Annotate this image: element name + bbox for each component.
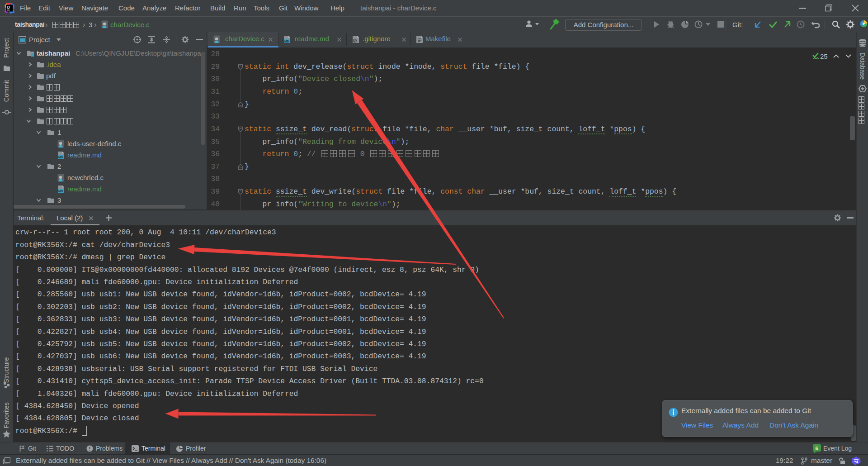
svg-text:MD: MD (58, 156, 63, 159)
svg-text:MD: MD (58, 190, 63, 193)
svg-text:6: 6 (816, 446, 818, 451)
svg-text:IJ: IJ (7, 5, 10, 10)
svg-text:MD: MD (284, 40, 289, 43)
